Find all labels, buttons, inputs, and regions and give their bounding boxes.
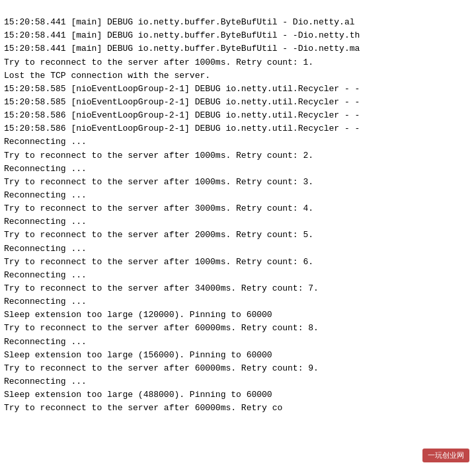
log-line: Reconnecting ... (4, 189, 472, 202)
log-line: Try to reconnect to the server after 100… (4, 56, 472, 69)
log-line: Try to reconnect to the server after 100… (4, 256, 472, 269)
log-line: Reconnecting ... (4, 336, 472, 349)
log-line: 15:20:58.586 [nioEventLoopGroup-2-1] DEB… (4, 122, 472, 135)
log-line: 15:20:58.585 [nioEventLoopGroup-2-1] DEB… (4, 96, 472, 109)
log-line: Try to reconnect to the server after 300… (4, 202, 472, 215)
log-line: Reconnecting ... (4, 375, 472, 388)
log-line: Try to reconnect to the server after 600… (4, 362, 472, 375)
log-line: 15:20:58.441 [main] DEBUG io.netty.buffe… (4, 42, 472, 55)
log-line: Reconnecting ... (4, 242, 472, 256)
log-line: 15:20:58.441 [main] DEBUG io.netty.buffe… (4, 29, 472, 42)
log-line: 15:20:58.586 [nioEventLoopGroup-2-1] DEB… (4, 109, 472, 122)
log-line: Sleep extension too large (156000). Pinn… (4, 349, 472, 362)
log-line: Reconnecting ... (4, 135, 472, 149)
log-line: Sleep extension too large (120000). Pinn… (4, 308, 472, 322)
log-line: 15:20:58.585 [nioEventLoopGroup-2-1] DEB… (4, 83, 472, 96)
log-line: Try to reconnect to the server after 200… (4, 229, 472, 242)
log-line: Reconnecting ... (4, 295, 472, 308)
log-line: Try to reconnect to the server after 600… (4, 402, 472, 415)
log-line: Lost the TCP connection with the server. (4, 69, 472, 83)
log-line: Try to reconnect to the server after 100… (4, 149, 472, 162)
log-line: Reconnecting ... (4, 162, 472, 176)
log-line: Try to reconnect to the server after 600… (4, 322, 472, 335)
log-line: 15:20:58.441 [main] DEBUG io.netty.buffe… (4, 16, 472, 29)
log-line: Sleep extension too large (488000). Pinn… (4, 388, 472, 402)
watermark-badge: 一玩创业网 (422, 449, 469, 462)
log-line: Try to reconnect to the server after 340… (4, 282, 472, 295)
log-output: 15:20:58.441 [main] DEBUG io.netty.buffe… (0, 0, 476, 417)
log-line: Reconnecting ... (4, 269, 472, 282)
log-line: Reconnecting ... (4, 215, 472, 229)
log-line: Try to reconnect to the server after 100… (4, 176, 472, 189)
